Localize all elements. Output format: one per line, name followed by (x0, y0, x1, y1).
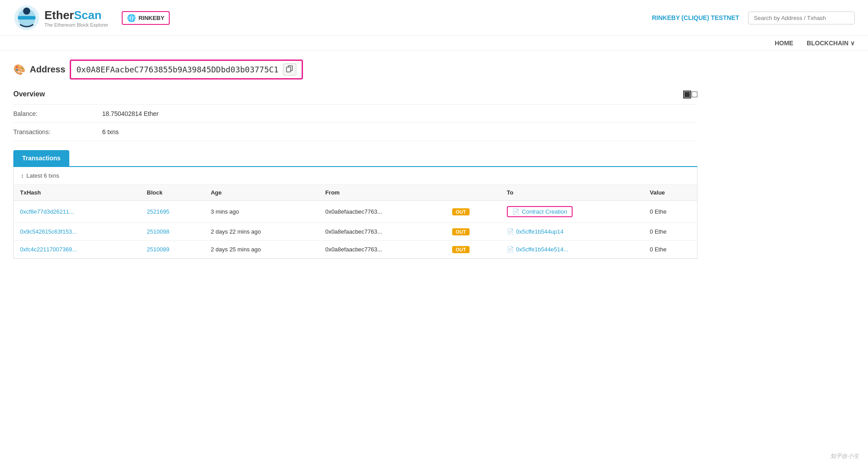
document-icon: 📄 (512, 208, 519, 215)
cell-block: 2521695 (141, 201, 205, 223)
address-box: 0x0A8EFAacbeC7763855b9A39845DDbd03b03775… (70, 60, 303, 79)
table-header-row: TxHash Block Age From To Value (14, 185, 697, 201)
cell-value: 0 Ethe (644, 241, 697, 258)
logo-subtitle: The Ethereum Block Explorer (44, 22, 108, 28)
copy-address-button[interactable] (283, 64, 296, 76)
cell-from: 0x0a8efaacbec7763... (319, 241, 446, 258)
overview-balance-row: Balance: 18.750402814 Ether (13, 105, 697, 123)
table-row: 0xcf8e77d3d26211...25216953 mins ago0x0a… (14, 201, 697, 223)
direction-badge: OUT (452, 246, 470, 253)
col-value: Value (644, 185, 697, 201)
cell-from: 0x0a8efaacbec7763... (319, 201, 446, 223)
nav-bar: HOME BLOCKCHAIN ∨ (0, 36, 868, 51)
cell-direction: OUT (446, 201, 501, 223)
cell-to: 📄0x5cffe1b544up14 (501, 223, 644, 241)
block-link[interactable]: 2510098 (147, 228, 170, 235)
network-badge[interactable]: 🌐 RINKEBY (122, 11, 170, 25)
contract-creation-link[interactable]: Contract Creation (522, 208, 567, 215)
cell-to: 📄0x5cffe1b544e514... (501, 241, 644, 258)
to-address-link[interactable]: 0x5cffe1b544e514... (516, 246, 569, 253)
balance-label: Balance: (13, 110, 102, 117)
svg-rect-5 (287, 67, 291, 72)
cell-block: 2510089 (141, 241, 205, 258)
svg-rect-2 (18, 16, 36, 20)
address-row: 🎨 Address 0x0A8EFAacbeC7763855b9A39845DD… (13, 60, 697, 79)
overview-heading: Overview (13, 90, 45, 98)
balance-value: 18.750402814 Ether (102, 110, 159, 117)
testnet-label: RINKEBY (CLIQUE) TESTNET (652, 14, 739, 21)
logo-area: EtherScan The Ethereum Block Explorer 🌐 … (13, 4, 170, 31)
logo-name: EtherScan (44, 8, 108, 22)
document-icon: 📄 (507, 246, 514, 253)
to-address-link[interactable]: 0x5cffe1b544up14 (516, 228, 564, 235)
svg-point-3 (23, 8, 30, 15)
header-right: RINKEBY (CLIQUE) TESTNET (652, 12, 855, 24)
table-row: 0x9c542615c63f153...25100982 days 22 min… (14, 223, 697, 241)
block-link[interactable]: 2521695 (147, 208, 170, 215)
cell-txhash: 0xcf8e77d3d26211... (14, 201, 141, 223)
col-age: Age (204, 185, 319, 201)
copy-icon (286, 65, 293, 72)
cell-age: 2 days 25 mins ago (204, 241, 319, 258)
address-label: Address (30, 64, 65, 75)
col-block: Block (141, 185, 205, 201)
cell-age: 3 mins ago (204, 201, 319, 223)
nav-home[interactable]: HOME (775, 40, 793, 47)
nav-blockchain[interactable]: BLOCKCHAIN ∨ (807, 40, 855, 47)
search-input[interactable] (748, 12, 855, 24)
qr-icon[interactable]: ▣□ (682, 88, 697, 100)
col-txhash: TxHash (14, 185, 141, 201)
header: EtherScan The Ethereum Block Explorer 🌐 … (0, 0, 868, 36)
overview-section: Overview ▣□ Balance: 18.750402814 Ether … (13, 88, 697, 141)
table-meta: ↕ Latest 6 txns (14, 167, 697, 185)
tab-transactions[interactable]: Transactions (13, 150, 69, 166)
to-address-wrapper: 📄0x5cffe1b544e514... (507, 246, 637, 253)
overview-transactions-row: Transactions: 6 txns (13, 123, 697, 141)
tab-bar: Transactions (13, 150, 697, 167)
cell-txhash: 0xfc4c22117007369... (14, 241, 141, 258)
col-from: From (319, 185, 446, 201)
contract-creation-box[interactable]: 📄Contract Creation (507, 206, 573, 217)
network-badge-label: RINKEBY (139, 15, 165, 21)
cell-value: 0 Ethe (644, 201, 697, 223)
network-icon: 🌐 (127, 14, 136, 22)
chevron-down-icon: ∨ (850, 40, 855, 47)
sort-icon: ↕ (21, 172, 24, 179)
cell-direction: OUT (446, 241, 501, 258)
document-icon: 📄 (507, 228, 514, 235)
cell-txhash: 0x9c542615c63f153... (14, 223, 141, 241)
nav-blockchain-label: BLOCKCHAIN (807, 40, 848, 47)
logo-text: EtherScan The Ethereum Block Explorer (44, 8, 108, 28)
col-to: To (501, 185, 644, 201)
transactions-label: Transactions: (13, 128, 102, 135)
txhash-link[interactable]: 0x9c542615c63f153... (20, 228, 77, 235)
to-address-wrapper: 📄0x5cffe1b544up14 (507, 228, 637, 235)
overview-title: Overview ▣□ (13, 88, 697, 105)
transactions-table: TxHash Block Age From To Value 0xcf8e77d… (14, 185, 697, 258)
cell-to: 📄Contract Creation (501, 201, 644, 223)
cell-direction: OUT (446, 223, 501, 241)
cell-value: 0 Ethe (644, 223, 697, 241)
main-content: 🎨 Address 0x0A8EFAacbeC7763855b9A39845DD… (0, 51, 711, 268)
address-emoji-icon: 🎨 (13, 64, 25, 76)
address-value: 0x0A8EFAacbeC7763855b9A39845DDbd03b03775… (76, 65, 279, 74)
direction-badge: OUT (452, 228, 470, 235)
table-meta-text: Latest 6 txns (27, 172, 60, 179)
etherscan-logo-icon (13, 4, 40, 31)
txhash-link[interactable]: 0xfc4c22117007369... (20, 246, 77, 253)
table-row: 0xfc4c22117007369...25100892 days 25 min… (14, 241, 697, 258)
logo-ether: Ether (44, 8, 74, 22)
direction-badge: OUT (452, 208, 470, 215)
block-link[interactable]: 2510089 (147, 246, 170, 253)
cell-block: 2510098 (141, 223, 205, 241)
transactions-value: 6 txns (102, 128, 119, 135)
txhash-link[interactable]: 0xcf8e77d3d26211... (20, 208, 74, 215)
transactions-table-wrapper: ↕ Latest 6 txns TxHash Block Age From To… (13, 167, 697, 259)
cell-from: 0x0a8efaacbec7763... (319, 223, 446, 241)
cell-age: 2 days 22 mins ago (204, 223, 319, 241)
col-direction (446, 185, 501, 201)
logo-scan: Scan (74, 8, 101, 22)
